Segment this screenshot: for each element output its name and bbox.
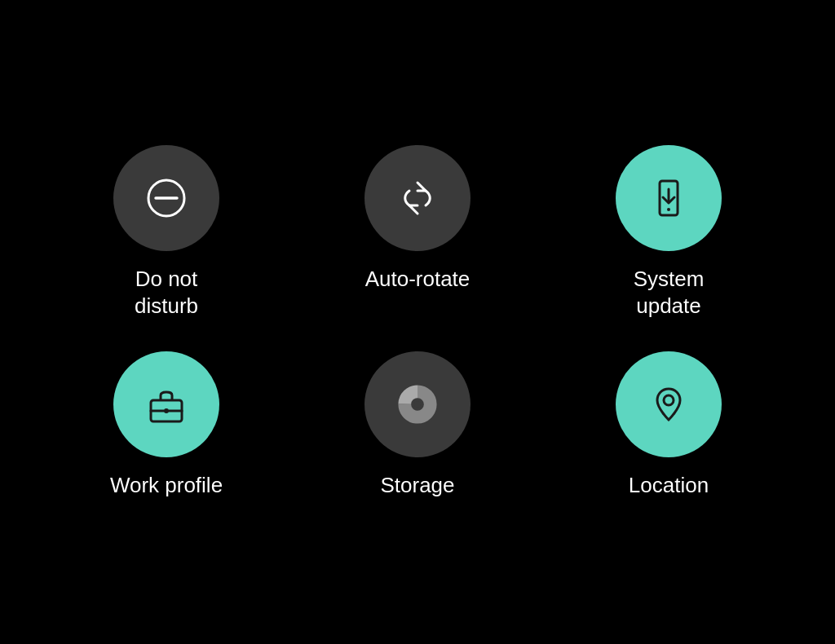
tile-do-not-disturb[interactable]: Do notdisturb — [65, 145, 267, 319]
minus-circle-icon — [144, 176, 188, 220]
storage-icon-circle — [364, 351, 471, 457]
location-pin-icon — [647, 382, 691, 426]
work-profile-label: Work profile — [110, 472, 223, 499]
do-not-disturb-icon-circle — [113, 145, 219, 251]
work-profile-icon-circle — [113, 351, 219, 457]
system-update-icon-circle — [616, 145, 722, 251]
tile-storage[interactable]: Storage — [316, 351, 519, 499]
auto-rotate-label: Auto-rotate — [365, 266, 471, 293]
storage-label: Storage — [380, 472, 454, 499]
svg-point-4 — [667, 208, 670, 211]
location-label: Location — [629, 472, 709, 499]
storage-pie-icon — [395, 382, 440, 426]
location-icon-circle — [616, 351, 722, 457]
quick-settings-grid: Do notdisturb Auto-rotate — [0, 112, 835, 532]
tile-work-profile[interactable]: Work profile — [65, 351, 267, 499]
svg-point-12 — [414, 401, 421, 408]
do-not-disturb-label: Do notdisturb — [135, 266, 198, 319]
tile-auto-rotate[interactable]: Auto-rotate — [316, 145, 519, 319]
system-update-label: Systemupdate — [634, 266, 705, 319]
tile-location[interactable]: Location — [568, 351, 770, 499]
system-update-icon — [647, 176, 691, 220]
auto-rotate-icon — [395, 176, 440, 220]
briefcase-icon — [144, 382, 188, 426]
tile-system-update[interactable]: Systemupdate — [568, 145, 770, 319]
auto-rotate-icon-circle — [364, 145, 471, 251]
svg-point-13 — [664, 395, 674, 405]
